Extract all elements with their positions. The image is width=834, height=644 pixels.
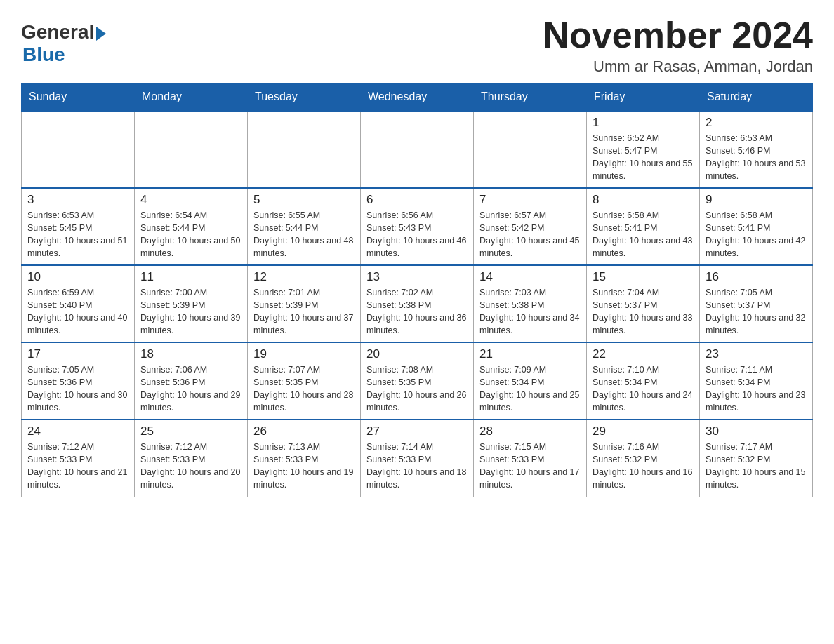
day-number: 20 bbox=[366, 347, 468, 361]
calendar-cell: 24Sunrise: 7:12 AMSunset: 5:33 PMDayligh… bbox=[22, 420, 135, 497]
day-number: 24 bbox=[27, 424, 128, 438]
day-info: Sunrise: 6:55 AMSunset: 5:44 PMDaylight:… bbox=[253, 209, 355, 260]
day-info: Sunrise: 7:02 AMSunset: 5:38 PMDaylight:… bbox=[366, 286, 468, 337]
day-number: 25 bbox=[140, 424, 241, 438]
calendar-cell: 14Sunrise: 7:03 AMSunset: 5:38 PMDayligh… bbox=[474, 265, 587, 342]
calendar-cell: 12Sunrise: 7:01 AMSunset: 5:39 PMDayligh… bbox=[248, 265, 361, 342]
day-info: Sunrise: 6:53 AMSunset: 5:46 PMDaylight:… bbox=[706, 132, 807, 183]
day-number: 1 bbox=[593, 116, 694, 130]
calendar-cell: 9Sunrise: 6:58 AMSunset: 5:41 PMDaylight… bbox=[700, 188, 813, 265]
location-title: Umm ar Rasas, Amman, Jordan bbox=[543, 58, 813, 76]
day-number: 3 bbox=[27, 193, 128, 207]
day-number: 17 bbox=[27, 347, 128, 361]
day-number: 7 bbox=[479, 193, 581, 207]
calendar-cell bbox=[361, 111, 474, 188]
calendar-cell: 19Sunrise: 7:07 AMSunset: 5:35 PMDayligh… bbox=[248, 342, 361, 420]
day-number: 21 bbox=[479, 347, 581, 361]
calendar-cell: 13Sunrise: 7:02 AMSunset: 5:38 PMDayligh… bbox=[361, 265, 474, 342]
day-info: Sunrise: 6:58 AMSunset: 5:41 PMDaylight:… bbox=[706, 209, 807, 260]
calendar-cell: 1Sunrise: 6:52 AMSunset: 5:47 PMDaylight… bbox=[587, 111, 700, 188]
day-number: 29 bbox=[593, 424, 694, 438]
day-info: Sunrise: 7:12 AMSunset: 5:33 PMDaylight:… bbox=[27, 441, 128, 492]
day-number: 22 bbox=[593, 347, 694, 361]
calendar-header-row: SundayMondayTuesdayWednesdayThursdayFrid… bbox=[22, 83, 813, 112]
day-number: 4 bbox=[140, 193, 241, 207]
weekday-header: Friday bbox=[587, 83, 700, 112]
calendar-week-row: 24Sunrise: 7:12 AMSunset: 5:33 PMDayligh… bbox=[22, 420, 813, 497]
calendar-week-row: 1Sunrise: 6:52 AMSunset: 5:47 PMDaylight… bbox=[22, 111, 813, 188]
day-number: 10 bbox=[27, 270, 128, 284]
weekday-header: Thursday bbox=[474, 83, 587, 112]
day-number: 15 bbox=[593, 270, 694, 284]
day-number: 12 bbox=[253, 270, 355, 284]
day-info: Sunrise: 7:06 AMSunset: 5:36 PMDaylight:… bbox=[140, 363, 241, 415]
day-number: 27 bbox=[366, 424, 468, 438]
calendar-cell: 11Sunrise: 7:00 AMSunset: 5:39 PMDayligh… bbox=[135, 265, 248, 342]
calendar-cell bbox=[474, 111, 587, 188]
day-info: Sunrise: 6:54 AMSunset: 5:44 PMDaylight:… bbox=[140, 209, 241, 260]
calendar-cell: 16Sunrise: 7:05 AMSunset: 5:37 PMDayligh… bbox=[700, 265, 813, 342]
day-number: 13 bbox=[366, 270, 468, 284]
calendar-cell: 18Sunrise: 7:06 AMSunset: 5:36 PMDayligh… bbox=[135, 342, 248, 420]
day-number: 14 bbox=[479, 270, 581, 284]
calendar-cell: 4Sunrise: 6:54 AMSunset: 5:44 PMDaylight… bbox=[135, 188, 248, 265]
day-info: Sunrise: 7:14 AMSunset: 5:33 PMDaylight:… bbox=[366, 441, 468, 492]
day-info: Sunrise: 7:03 AMSunset: 5:38 PMDaylight:… bbox=[479, 286, 581, 337]
weekday-header: Sunday bbox=[22, 83, 135, 112]
weekday-header: Monday bbox=[135, 83, 248, 112]
day-info: Sunrise: 6:53 AMSunset: 5:45 PMDaylight:… bbox=[27, 209, 128, 260]
weekday-header: Saturday bbox=[700, 83, 813, 112]
calendar-cell bbox=[22, 111, 135, 188]
logo-arrow-icon bbox=[96, 27, 106, 41]
day-info: Sunrise: 7:04 AMSunset: 5:37 PMDaylight:… bbox=[593, 286, 694, 337]
day-info: Sunrise: 7:11 AMSunset: 5:34 PMDaylight:… bbox=[706, 363, 807, 415]
day-info: Sunrise: 7:17 AMSunset: 5:32 PMDaylight:… bbox=[706, 441, 807, 492]
day-number: 23 bbox=[706, 347, 807, 361]
calendar-cell: 28Sunrise: 7:15 AMSunset: 5:33 PMDayligh… bbox=[474, 420, 587, 497]
calendar-cell: 15Sunrise: 7:04 AMSunset: 5:37 PMDayligh… bbox=[587, 265, 700, 342]
calendar-cell: 21Sunrise: 7:09 AMSunset: 5:34 PMDayligh… bbox=[474, 342, 587, 420]
day-info: Sunrise: 7:09 AMSunset: 5:34 PMDaylight:… bbox=[479, 363, 581, 415]
calendar-cell bbox=[248, 111, 361, 188]
day-info: Sunrise: 7:05 AMSunset: 5:36 PMDaylight:… bbox=[27, 363, 128, 415]
weekday-header: Wednesday bbox=[361, 83, 474, 112]
day-number: 18 bbox=[140, 347, 241, 361]
calendar-cell: 5Sunrise: 6:55 AMSunset: 5:44 PMDaylight… bbox=[248, 188, 361, 265]
calendar-cell: 22Sunrise: 7:10 AMSunset: 5:34 PMDayligh… bbox=[587, 342, 700, 420]
day-info: Sunrise: 7:15 AMSunset: 5:33 PMDaylight:… bbox=[479, 441, 581, 492]
weekday-header: Tuesday bbox=[248, 83, 361, 112]
day-number: 11 bbox=[140, 270, 241, 284]
day-info: Sunrise: 6:56 AMSunset: 5:43 PMDaylight:… bbox=[366, 209, 468, 260]
day-info: Sunrise: 6:58 AMSunset: 5:41 PMDaylight:… bbox=[593, 209, 694, 260]
logo-general-text: General bbox=[21, 21, 94, 43]
day-number: 26 bbox=[253, 424, 355, 438]
day-number: 19 bbox=[253, 347, 355, 361]
day-number: 28 bbox=[479, 424, 581, 438]
day-number: 16 bbox=[706, 270, 807, 284]
calendar-week-row: 3Sunrise: 6:53 AMSunset: 5:45 PMDaylight… bbox=[22, 188, 813, 265]
calendar-table: SundayMondayTuesdayWednesdayThursdayFrid… bbox=[21, 83, 813, 497]
calendar-cell: 27Sunrise: 7:14 AMSunset: 5:33 PMDayligh… bbox=[361, 420, 474, 497]
day-info: Sunrise: 7:05 AMSunset: 5:37 PMDaylight:… bbox=[706, 286, 807, 337]
calendar-cell: 17Sunrise: 7:05 AMSunset: 5:36 PMDayligh… bbox=[22, 342, 135, 420]
day-info: Sunrise: 7:10 AMSunset: 5:34 PMDaylight:… bbox=[593, 363, 694, 415]
calendar-cell: 25Sunrise: 7:12 AMSunset: 5:33 PMDayligh… bbox=[135, 420, 248, 497]
title-block: November 2024 Umm ar Rasas, Amman, Jorda… bbox=[543, 14, 813, 76]
calendar-week-row: 10Sunrise: 6:59 AMSunset: 5:40 PMDayligh… bbox=[22, 265, 813, 342]
calendar-cell bbox=[135, 111, 248, 188]
day-number: 8 bbox=[593, 193, 694, 207]
calendar-cell: 2Sunrise: 6:53 AMSunset: 5:46 PMDaylight… bbox=[700, 111, 813, 188]
day-number: 30 bbox=[706, 424, 807, 438]
day-info: Sunrise: 7:16 AMSunset: 5:32 PMDaylight:… bbox=[593, 441, 694, 492]
day-info: Sunrise: 7:13 AMSunset: 5:33 PMDaylight:… bbox=[253, 441, 355, 492]
day-info: Sunrise: 6:59 AMSunset: 5:40 PMDaylight:… bbox=[27, 286, 128, 337]
logo: General Blue bbox=[21, 21, 106, 66]
day-info: Sunrise: 7:07 AMSunset: 5:35 PMDaylight:… bbox=[253, 363, 355, 415]
page-header: General Blue November 2024 Umm ar Rasas,… bbox=[21, 14, 813, 76]
day-number: 9 bbox=[706, 193, 807, 207]
day-info: Sunrise: 7:12 AMSunset: 5:33 PMDaylight:… bbox=[140, 441, 241, 492]
calendar-cell: 10Sunrise: 6:59 AMSunset: 5:40 PMDayligh… bbox=[22, 265, 135, 342]
day-number: 2 bbox=[706, 116, 807, 130]
logo-blue-text: Blue bbox=[22, 43, 65, 66]
day-info: Sunrise: 7:08 AMSunset: 5:35 PMDaylight:… bbox=[366, 363, 468, 415]
